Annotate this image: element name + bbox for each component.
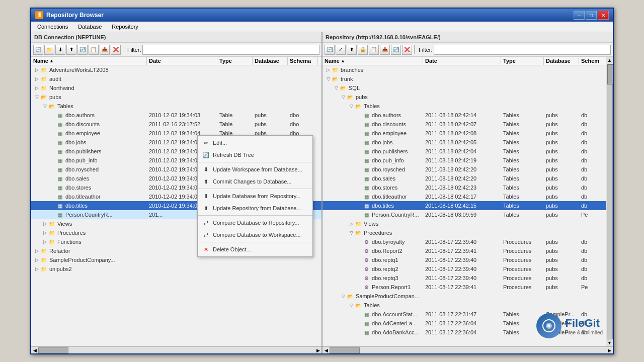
rbtn6[interactable]: 📤	[380, 45, 390, 55]
minimize-button[interactable]: –	[574, 11, 585, 20]
scroll-left-btn-r[interactable]: ◀	[323, 348, 330, 353]
rbtn4[interactable]: 🔒	[358, 45, 368, 55]
expander-icon[interactable]: ▷	[41, 220, 48, 227]
tree-row[interactable]: ▷ ▦ dbo.discounts 2011-02-16 23:17:52 Ta…	[31, 120, 321, 129]
tree-row[interactable]: ▷ ⚙ dbo.reptq2 2011-08-17 22:39:40 Proce…	[323, 264, 606, 274]
tree-row[interactable]: ▷ 📁 AdventureWorksLT2008	[31, 65, 321, 74]
tree-row[interactable]: ▷ 📁 unipubs2	[31, 264, 321, 274]
tree-row[interactable]: ▽ 📂 SampleProductCompany...	[323, 292, 606, 301]
tree-row[interactable]: ▷ ⚙ dbo.Report2 2011-08-17 22:39:41 Proc…	[323, 246, 606, 255]
tree-row-selected[interactable]: ▷ ▦ dbo.titles 2011-08-18 02:42:15 Table…	[323, 201, 606, 210]
tree-row[interactable]: ▷ ▦ dbo.authors 2011-08-18 02:42:14 Tabl…	[323, 111, 606, 120]
tree-row[interactable]: ▷ 📁 branches	[323, 65, 606, 74]
expander-icon[interactable]: ▽	[41, 103, 48, 110]
btn7[interactable]: 📤	[100, 45, 110, 55]
tree-row[interactable]: ▽ 📂 pubs	[323, 93, 606, 102]
expander-icon[interactable]: ▷	[33, 247, 40, 254]
tree-row[interactable]: ▽ 📂 trunk	[323, 74, 606, 83]
menu-repository[interactable]: Repository	[108, 23, 142, 31]
right-filter-input[interactable]	[434, 45, 611, 55]
v-scroll-thumb[interactable]	[607, 64, 613, 84]
ctx-compare-repo[interactable]: ⇄ Compare Database to Repository...	[198, 217, 312, 229]
expander-icon[interactable]: ▷	[33, 75, 40, 82]
right-hscrollbar[interactable]: ◀ ▶	[323, 346, 613, 353]
tree-row[interactable]: ▷ ⚙ dbo.byroyalty 2011-08-17 22:39:40 Pr…	[323, 237, 606, 246]
refresh-btn[interactable]: 🔄	[33, 45, 43, 55]
expander-icon[interactable]: ▷	[348, 220, 355, 227]
expander-icon[interactable]: ▷	[33, 84, 40, 92]
expander-icon[interactable]: ▽	[348, 302, 355, 309]
tree-row[interactable]: ▷ ⚙ Person.Report1 2011-08-17 22:39:41 P…	[323, 283, 606, 292]
menu-connections[interactable]: Connections	[33, 23, 72, 31]
left-filter-input[interactable]	[142, 45, 320, 55]
tree-row[interactable]: ▽ 📂 SQL	[323, 83, 606, 93]
scroll-thumb[interactable]	[38, 347, 68, 353]
tree-row[interactable]: ▽ 📂 Tables	[323, 102, 606, 111]
tree-row[interactable]: ▽ 📂 pubs	[31, 93, 321, 102]
btn8[interactable]: ❌	[111, 45, 121, 55]
expander-icon[interactable]: ▽	[348, 229, 355, 236]
expander-icon[interactable]: ▷	[41, 229, 48, 236]
expander-icon[interactable]: ▽	[33, 94, 40, 101]
ctx-delete[interactable]: ✕ Delete Object...	[198, 243, 312, 255]
scroll-down-btn[interactable]: ▼	[607, 340, 612, 345]
rbtn7[interactable]: 🔃	[391, 45, 401, 55]
btn5[interactable]: 🔃	[77, 45, 88, 55]
right-vscrollbar[interactable]: ▲ ▼	[606, 57, 613, 346]
tree-row[interactable]: ▷ ▦ dbo.publishers 2011-08-18 02:42:04 T…	[323, 147, 606, 156]
ctx-compare-ws[interactable]: ⇄ Compare Database to Workspace...	[198, 229, 312, 241]
rbtn3[interactable]: ⬆	[347, 45, 357, 55]
expander-icon[interactable]: ▽	[333, 84, 340, 92]
ctx-commit[interactable]: ⬆ Commit Changes to Database...	[198, 175, 312, 188]
expander-icon[interactable]: ▷	[33, 66, 40, 73]
scroll-thumb-r[interactable]	[330, 347, 360, 353]
expander-icon[interactable]: ▽	[340, 94, 347, 101]
menu-database[interactable]: Database	[74, 23, 106, 31]
ctx-edit[interactable]: ✏ Edit...	[198, 137, 312, 149]
expander-icon[interactable]: ▷	[33, 265, 40, 273]
tree-row[interactable]: ▷ ▦ dbo.employee 2011-08-18 02:42:08 Tab…	[323, 129, 606, 138]
tree-row[interactable]: ▷ ▦ dbo.authors 2010-12-02 19:34:03 Tabl…	[31, 111, 321, 120]
tree-row[interactable]: ▷ ▦ dbo.stores 2011-08-18 02:42:23 Table…	[323, 183, 606, 192]
rbtn5[interactable]: 📋	[369, 45, 379, 55]
close-button[interactable]: ✕	[598, 11, 609, 20]
tree-row[interactable]: ▷ ▦ dbo.titleauthor 2011-08-18 02:42:17 …	[323, 192, 606, 201]
tree-row[interactable]: ▷ 📁 audit	[31, 74, 321, 83]
tree-row[interactable]: ▷ ▦ dbo.discounts 2011-08-18 02:42:07 Ta…	[323, 120, 606, 129]
rbtn2[interactable]: ✓	[336, 45, 346, 55]
btn3[interactable]: ⬇	[55, 45, 65, 55]
ctx-update-repo[interactable]: ⬆ Update Repository from Database...	[198, 202, 312, 214]
maximize-button[interactable]: □	[586, 11, 597, 20]
tree-row[interactable]: ▷ ▦ dbo.sales 2011-08-18 02:42:20 Tables…	[323, 174, 606, 183]
left-hscrollbar[interactable]: ◀ ▶	[31, 346, 321, 353]
scroll-right-btn[interactable]: ▶	[314, 348, 321, 353]
ctx-refresh[interactable]: 🔄 Refresh DB Tree	[198, 149, 312, 161]
tree-row[interactable]: ▷ 📁 Views	[323, 219, 606, 228]
tree-row[interactable]: ▽ 📂 Tables	[323, 301, 606, 310]
tree-row[interactable]: ▷ 📁 Northwind	[31, 83, 321, 93]
tree-row[interactable]: ▷ ▦ Person.CountryR... 2011-08-18 03:09:…	[323, 210, 606, 219]
ctx-update-db[interactable]: ⬇ Update Database from Repository...	[198, 190, 312, 202]
expander-icon[interactable]: ▷	[41, 238, 48, 245]
expander-icon[interactable]: ▽	[325, 75, 332, 82]
expander-icon[interactable]: ▽	[348, 103, 355, 110]
tree-row[interactable]: ▷ ⚙ dbo.reptq1 2011-08-17 22:39:40 Proce…	[323, 255, 606, 264]
tree-row[interactable]: ▷ ▦ dbo.roysched 2011-08-18 02:42:20 Tab…	[323, 165, 606, 174]
refresh-btn-r[interactable]: 🔄	[325, 45, 335, 55]
tree-row[interactable]: ▷ ⚙ dbo.reptq3 2011-08-17 22:39:40 Proce…	[323, 274, 606, 283]
tree-row[interactable]: ▷ ▦ dbo.pub_info 2011-08-18 02:42:19 Tab…	[323, 156, 606, 165]
btn2[interactable]: 📁	[44, 45, 54, 55]
expander-icon[interactable]: ▽	[340, 293, 347, 300]
btn4[interactable]: ⬆	[66, 45, 76, 55]
tree-row[interactable]: ▷ ▦ dbo.jobs 2011-08-18 02:42:05 Tables …	[323, 138, 606, 147]
rbtn8[interactable]: ❌	[402, 45, 412, 55]
scroll-left-btn[interactable]: ◀	[31, 348, 38, 353]
tree-row[interactable]: ▽ 📂 Tables	[31, 102, 321, 111]
expander-icon[interactable]: ▷	[33, 256, 40, 263]
tree-row[interactable]: ▽ 📂 Procedures	[323, 228, 606, 237]
ctx-update-ws[interactable]: ⬇ Update Workspace from Database...	[198, 163, 312, 175]
scroll-up-btn[interactable]: ▲	[607, 58, 612, 63]
btn6[interactable]: 📋	[89, 45, 99, 55]
expander-icon[interactable]: ▷	[325, 66, 332, 73]
scroll-right-btn-r[interactable]: ▶	[606, 348, 613, 353]
